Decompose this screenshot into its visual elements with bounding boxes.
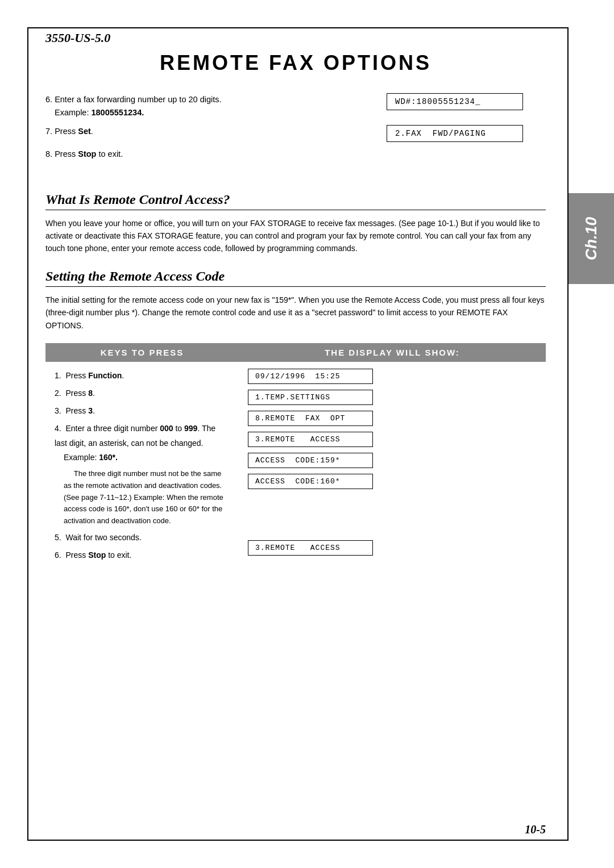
display-step-1: 09/12/1996 15:25 (248, 369, 537, 384)
keys-step-4: 4. Enter a three digit number 000 to 999… (55, 422, 230, 465)
step-6-example: Example: 18005551234. (45, 108, 144, 117)
display-box-4c: ACCESS CODE:160* (248, 474, 373, 489)
display-step-5: 3.REMOTE ACCESS (248, 540, 537, 556)
display-step-4b: ACCESS CODE:159* (248, 453, 537, 468)
col-keys: KEYS TO PRESS 1. Press Function. 2. Pres… (45, 343, 239, 573)
border-top (27, 27, 569, 28)
header: 3550-US-5.0 REMOTE FAX OPTIONS (0, 0, 614, 80)
display-items: 09/12/1996 15:25 1.TEMP.SETTINGS 8.REMOT… (239, 362, 546, 568)
step-7-row: 7. Press Set. 2.FAX FWD/PAGING (45, 125, 546, 142)
step-6-text: 6. Enter a fax forwarding number up to 2… (45, 93, 370, 119)
col-display: THE DISPLAY WILL SHOW: 09/12/1996 15:25 … (239, 343, 546, 573)
keys-step-3: 3. Press 3. (55, 404, 230, 418)
keys-step-5: 5. Wait for two seconds. (55, 531, 230, 545)
display-box-step7: 2.FAX FWD/PAGING (387, 125, 523, 142)
display-step-4a: 3.REMOTE ACCESS (248, 432, 537, 447)
step-7-number: 7. (45, 127, 55, 136)
section2-body: The initial setting for the remote acces… (45, 294, 546, 332)
display-box-5: 3.REMOTE ACCESS (248, 540, 373, 556)
keys-items: 1. Press Function. 2. Press 8. 3. Press … (45, 362, 239, 573)
section1-body: When you leave your home or office, you … (45, 217, 546, 255)
keys-step-6b: 6. Press Stop to exit. (55, 548, 230, 562)
spacer-sub (248, 495, 537, 540)
step-4-example: Example: 160*. (55, 453, 118, 462)
section1-heading: What Is Remote Control Access? (45, 192, 546, 210)
section2-heading: Setting the Remote Access Code (45, 269, 546, 287)
model-number: 3550-US-5.0 (45, 31, 546, 45)
page-title: REMOTE FAX OPTIONS (45, 51, 546, 80)
step-8-number: 8. (45, 149, 55, 158)
step-8-text: 8. Press Stop to exit. (45, 148, 370, 161)
step-6-row: 6. Enter a fax forwarding number up to 2… (45, 93, 546, 119)
step-7-display: 2.FAX FWD/PAGING (387, 125, 546, 142)
display-box-2: 1.TEMP.SETTINGS (248, 390, 373, 405)
display-box-3: 8.REMOTE FAX OPT (248, 411, 373, 426)
step-6-number: 6. (45, 95, 55, 104)
display-box-1: 09/12/1996 15:25 (248, 369, 373, 384)
display-step-3: 8.REMOTE FAX OPT (248, 411, 537, 426)
keys-step-1: 1. Press Function. (55, 369, 230, 383)
main-content: What Is Remote Control Access? When you … (0, 167, 614, 585)
col-display-header: THE DISPLAY WILL SHOW: (239, 343, 546, 362)
top-steps: 6. Enter a fax forwarding number up to 2… (0, 80, 614, 161)
chapter-tab: Ch.10 (569, 193, 614, 284)
chapter-tab-label: Ch.10 (582, 217, 600, 260)
step-7-text: 7. Press Set. (45, 125, 370, 138)
border-right (567, 27, 569, 841)
keys-step-4-sub: The three digit number must not be the s… (55, 468, 230, 527)
keys-step-2: 2. Press 8. (55, 386, 230, 400)
border-left (27, 27, 28, 841)
page: Ch.10 3550-US-5.0 REMOTE FAX OPTIONS 6. … (0, 0, 614, 868)
display-box-step6: WD#:18005551234_ (387, 93, 523, 110)
col-keys-header: KEYS TO PRESS (45, 343, 239, 362)
step-8-row: 8. Press Stop to exit. (45, 148, 546, 161)
step-6-display: WD#:18005551234_ (387, 93, 546, 110)
table-section: KEYS TO PRESS 1. Press Function. 2. Pres… (45, 343, 546, 573)
display-box-4a: 3.REMOTE ACCESS (248, 432, 373, 447)
display-box-4b: ACCESS CODE:159* (248, 453, 373, 468)
page-number: 10-5 (525, 823, 546, 836)
display-step-4c: ACCESS CODE:160* (248, 474, 537, 489)
border-bottom (27, 840, 569, 841)
display-step-2: 1.TEMP.SETTINGS (248, 390, 537, 405)
